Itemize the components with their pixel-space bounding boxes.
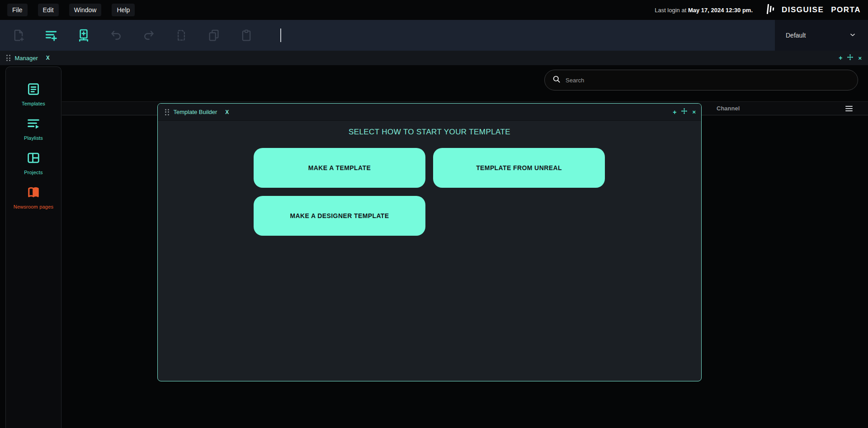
add-display-icon[interactable]	[76, 28, 91, 43]
search-bar[interactable]	[544, 70, 858, 90]
manager-close-button[interactable]: ×	[858, 55, 862, 61]
brand-logo: DISGUISE PORTA	[766, 3, 861, 17]
brand-primary: DISGUISE	[782, 5, 824, 14]
sidebar-item-label: Templates	[22, 101, 45, 106]
workspace: Templates Playlists Projects	[0, 65, 868, 428]
sidebar-item-templates[interactable]: Templates	[6, 81, 61, 107]
toolbar: Default	[0, 20, 868, 51]
undo-icon[interactable]	[108, 28, 124, 43]
template-builder-panel: Template Builder X + × SELECT HOW TO STA…	[157, 103, 702, 381]
last-login-date: May 17, 2024 12:30 pm.	[688, 7, 753, 14]
menu-window[interactable]: Window	[69, 4, 102, 16]
projects-icon	[26, 150, 41, 167]
new-file-icon[interactable]	[11, 28, 26, 43]
menu-bar: File Edit Window Help Last login at May …	[0, 0, 868, 20]
add-to-playlist-icon[interactable]	[43, 28, 59, 43]
disguise-logo-icon	[766, 3, 776, 17]
make-a-template-button[interactable]: MAKE A TEMPLATE	[254, 148, 425, 188]
newsroom-pages-icon	[25, 185, 42, 202]
search-input[interactable]	[566, 77, 850, 84]
template-builder-close-button[interactable]: ×	[692, 109, 696, 115]
sidebar: Templates Playlists Projects	[5, 67, 61, 428]
brand-secondary: PORTA	[831, 5, 861, 14]
manager-add-button[interactable]: +	[839, 55, 842, 61]
template-builder-heading: SELECT HOW TO START YOUR TEMPLATE	[158, 128, 701, 137]
column-header-channel: Channel	[717, 105, 740, 112]
template-builder-tab-close-button[interactable]: X	[225, 109, 229, 115]
workspace-dropdown[interactable]: Default	[775, 20, 868, 51]
last-login-text: Last login at May 17, 2024 12:30 pm.	[655, 7, 753, 14]
file-dashed-icon[interactable]	[174, 28, 189, 43]
menu-edit[interactable]: Edit	[38, 4, 59, 16]
sidebar-item-newsroom-pages[interactable]: Newsroom pages	[6, 184, 61, 210]
move-icon[interactable]	[847, 54, 854, 62]
template-builder-options: MAKE A TEMPLATE TEMPLATE FROM UNREAL MAK…	[254, 148, 605, 236]
manager-tab-bar: Manager X + ×	[0, 51, 868, 65]
sidebar-item-playlists[interactable]: Playlists	[6, 115, 61, 142]
playlists-icon	[26, 116, 41, 133]
menu-items: File Edit Window Help	[7, 4, 135, 16]
sidebar-item-label: Projects	[24, 170, 42, 175]
move-icon[interactable]	[681, 108, 688, 116]
menu-help[interactable]: Help	[112, 4, 135, 16]
template-builder-add-button[interactable]: +	[673, 109, 676, 115]
make-a-designer-template-button[interactable]: MAKE A DESIGNER TEMPLATE	[254, 196, 425, 236]
redo-icon[interactable]	[141, 28, 156, 43]
template-builder-tab[interactable]: Template Builder	[174, 109, 217, 115]
drag-handle-icon[interactable]	[165, 109, 169, 115]
menu-file[interactable]: File	[7, 4, 28, 16]
search-icon	[552, 75, 561, 86]
sidebar-item-label: Playlists	[24, 135, 43, 141]
tab-manager[interactable]: Manager	[15, 55, 38, 62]
manager-tab-close-button[interactable]: X	[46, 55, 50, 61]
sidebar-item-label: Newsroom pages	[14, 204, 53, 209]
paste-icon[interactable]	[239, 28, 254, 43]
templates-icon	[26, 81, 41, 99]
drag-handle-icon[interactable]	[6, 55, 10, 61]
chevron-down-icon	[849, 31, 856, 40]
column-menu-icon[interactable]	[845, 106, 853, 111]
workspace-dropdown-value: Default	[786, 32, 806, 39]
sidebar-item-projects[interactable]: Projects	[6, 149, 61, 176]
template-from-unreal-button[interactable]: TEMPLATE FROM UNREAL	[433, 148, 605, 188]
template-builder-header[interactable]: Template Builder X + ×	[158, 104, 701, 121]
copy-icon[interactable]	[206, 28, 222, 43]
text-cursor	[280, 29, 281, 42]
